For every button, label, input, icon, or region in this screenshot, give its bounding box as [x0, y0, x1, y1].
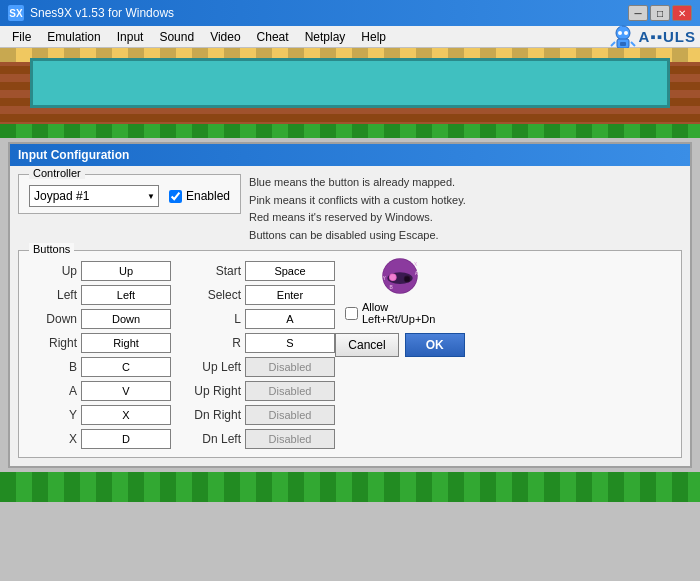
right-button-column: StartSpaceSelectEnterLARSUp LeftDisabled…: [191, 261, 335, 449]
game-area-top: [0, 48, 700, 138]
dialog-title: Input Configuration: [10, 144, 690, 166]
button-row: XD: [27, 429, 171, 449]
svg-point-14: [405, 277, 410, 282]
button-label: Select: [191, 288, 241, 302]
button-row: RS: [191, 333, 335, 353]
controller-section: Controller Joypad #1 ▼ Enabled: [18, 174, 241, 214]
minimize-button[interactable]: ─: [628, 5, 648, 21]
info-line-4: Buttons can be disabled using Escape.: [249, 227, 682, 245]
close-button[interactable]: ✕: [672, 5, 692, 21]
buttons-and-image: UpUpLeftLeftDownDownRightRightBCAVYXXD S…: [27, 257, 673, 449]
menu-sound[interactable]: Sound: [151, 28, 202, 46]
button-label: B: [27, 360, 77, 374]
button-label: A: [27, 384, 77, 398]
menu-file[interactable]: File: [4, 28, 39, 46]
button-label: Up Left: [191, 360, 241, 374]
button-input[interactable]: V: [81, 381, 171, 401]
button-input[interactable]: Left: [81, 285, 171, 305]
svg-point-2: [618, 31, 622, 35]
title-bar: SX Snes9X v1.53 for Windows ─ □ ✕: [0, 0, 700, 26]
button-label: Y: [27, 408, 77, 422]
action-buttons: Cancel OK: [335, 333, 464, 357]
button-label: Dn Left: [191, 432, 241, 446]
button-label: Up Right: [191, 384, 241, 398]
button-input[interactable]: D: [81, 429, 171, 449]
svg-rect-4: [620, 42, 626, 46]
input-config-dialog: Input Configuration Controller Joypad #1…: [8, 142, 692, 468]
ok-button[interactable]: OK: [405, 333, 465, 357]
svg-text:A: A: [415, 271, 419, 276]
game-area-bottom: [0, 472, 700, 502]
buttons-grid: UpUpLeftLeftDownDownRightRightBCAVYXXD S…: [27, 261, 335, 449]
button-input[interactable]: A: [245, 309, 335, 329]
menu-video[interactable]: Video: [202, 28, 248, 46]
allow-label: Allow Left+Rt/Up+Dn: [362, 301, 455, 325]
game-bottom-border: [0, 124, 700, 138]
button-row: Up RightDisabled: [191, 381, 335, 401]
maximize-button[interactable]: □: [650, 5, 670, 21]
button-input[interactable]: Disabled: [245, 405, 335, 425]
button-input[interactable]: Disabled: [245, 357, 335, 377]
window-title: Snes9X v1.53 for Windows: [30, 6, 174, 20]
button-label: Dn Right: [191, 408, 241, 422]
svg-rect-7: [620, 26, 622, 29]
game-screen: [30, 58, 670, 108]
button-input[interactable]: C: [81, 357, 171, 377]
controller-row: Joypad #1 ▼ Enabled: [29, 185, 230, 207]
controller-section-label: Controller: [29, 167, 85, 179]
button-row: RightRight: [27, 333, 171, 353]
button-input[interactable]: X: [81, 405, 171, 425]
enabled-label: Enabled: [186, 189, 230, 203]
menu-help[interactable]: Help: [353, 28, 394, 46]
info-line-3: Red means it's reserved by Windows.: [249, 209, 682, 227]
info-line-2: Pink means it conflicts with a custom ho…: [249, 192, 682, 210]
left-button-column: UpUpLeftLeftDownDownRightRightBCAVYXXD: [27, 261, 171, 449]
svg-line-5: [611, 42, 615, 46]
enabled-checkbox-label[interactable]: Enabled: [169, 189, 230, 203]
button-input[interactable]: Enter: [245, 285, 335, 305]
button-label: X: [27, 432, 77, 446]
button-input[interactable]: Right: [81, 333, 171, 353]
top-area: Controller Joypad #1 ▼ Enabled: [18, 174, 682, 244]
robot-icon: [609, 23, 637, 51]
enabled-checkbox[interactable]: [169, 190, 182, 203]
menu-input[interactable]: Input: [109, 28, 152, 46]
button-input[interactable]: Down: [81, 309, 171, 329]
button-row: YX: [27, 405, 171, 425]
button-row: UpUp: [27, 261, 171, 281]
menu-netplay[interactable]: Netplay: [297, 28, 354, 46]
cancel-button[interactable]: Cancel: [335, 333, 398, 357]
buttons-section-label: Buttons: [29, 243, 74, 255]
controller-image: X A Y B Allow Left+Rt/Up+Dn Cancel: [345, 257, 455, 357]
menu-emulation[interactable]: Emulation: [39, 28, 108, 46]
button-label: Right: [27, 336, 77, 350]
appuls-logo: A▪▪ULS: [609, 23, 696, 51]
button-label: Up: [27, 264, 77, 278]
controller-svg: X A Y B: [345, 257, 455, 295]
svg-line-6: [631, 42, 635, 46]
controller-select-wrapper: Joypad #1 ▼: [29, 185, 159, 207]
button-row: Dn LeftDisabled: [191, 429, 335, 449]
title-bar-left: SX Snes9X v1.53 for Windows: [8, 5, 174, 21]
button-input[interactable]: Up: [81, 261, 171, 281]
info-line-1: Blue means the button is already mapped.: [249, 174, 682, 192]
buttons-section: Buttons UpUpLeftLeftDownDownRightRightBC…: [18, 250, 682, 458]
dialog-content: Controller Joypad #1 ▼ Enabled: [10, 166, 690, 466]
button-input[interactable]: Disabled: [245, 429, 335, 449]
svg-point-3: [624, 31, 628, 35]
button-input[interactable]: S: [245, 333, 335, 353]
button-row: SelectEnter: [191, 285, 335, 305]
button-input[interactable]: Space: [245, 261, 335, 281]
button-label: Down: [27, 312, 77, 326]
allow-row: Allow Left+Rt/Up+Dn: [345, 301, 455, 325]
allow-checkbox[interactable]: [345, 307, 358, 320]
button-label: Start: [191, 264, 241, 278]
menu-cheat[interactable]: Cheat: [249, 28, 297, 46]
info-text: Blue means the button is already mapped.…: [249, 174, 682, 244]
button-row: LeftLeft: [27, 285, 171, 305]
controller-select[interactable]: Joypad #1: [29, 185, 159, 207]
button-input[interactable]: Disabled: [245, 381, 335, 401]
svg-point-12: [390, 275, 396, 281]
button-label: R: [191, 336, 241, 350]
button-row: BC: [27, 357, 171, 377]
